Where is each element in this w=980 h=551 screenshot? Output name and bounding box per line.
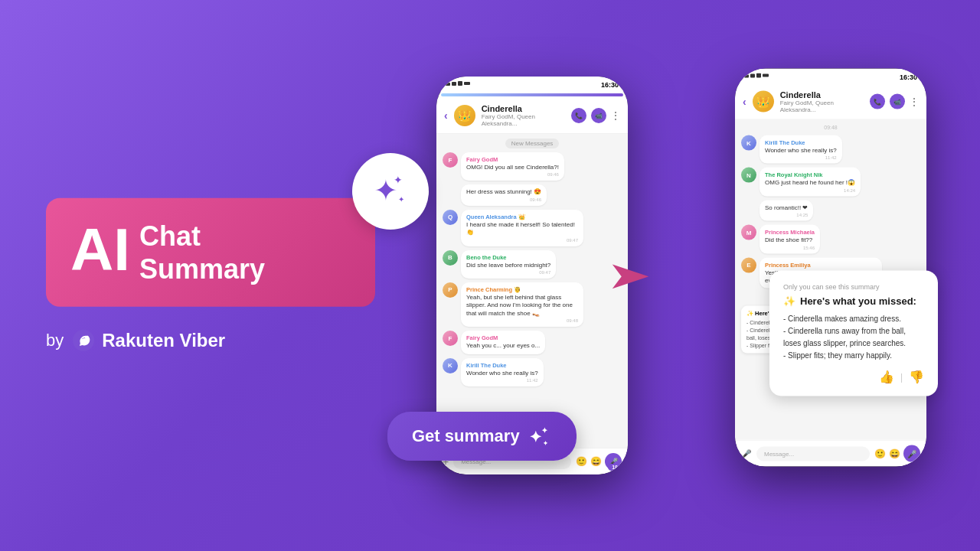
svg-text:✦: ✦ [529,429,542,445]
phone-2-chat-avatar: 👑 [753,91,774,112]
msg-avatar: K [741,135,756,151]
phone-1-chat-members: Fairy GodM, Queen Aleksandra... [482,113,565,127]
svg-rect-11 [763,74,769,77]
tooltip-title: ✨ Here's what you missed: [783,295,924,307]
msg-sender: Princess Emiliya [765,261,877,268]
svg-rect-4 [446,83,450,86]
msg-time: 11:42 [466,378,538,383]
phone-icon[interactable]: 📞 [571,108,586,123]
msg-bubble: Princess Michaela Did the shoe fit?? 15:… [760,225,820,253]
msg-text: So romantic!! ❤ [765,204,808,211]
svg-rect-8 [744,75,749,78]
phone-1-chat-avatar: 👑 [454,105,475,126]
phone-icon-2[interactable]: 📞 [870,94,885,109]
msg-bubble: The Royal Knight Nik OMG just heard he f… [760,168,861,196]
viber-logo: Rakuten Viber [71,328,225,353]
phone-1-time [446,81,476,89]
msg-text: Wonder who she really is? [466,370,538,377]
msg-time: 14:25 [765,213,808,217]
msg-sender: Prince Charming 🤴 [466,286,578,293]
new-messages-divider: New Messages [505,139,560,148]
phone-1-chat-actions: 📞 📹 ⋮ [571,108,620,123]
msg-avatar: Q [443,210,458,225]
msg-text: Did the shoe fit?? [765,236,815,244]
msg-avatar: F [443,331,458,346]
message-item: B Beno the Duke Did she leave before mid… [443,250,622,279]
phone-2-clock: 16:30 [900,73,917,81]
msg-avatar: M [741,225,756,240]
video-icon[interactable]: 📹 [591,108,606,123]
add-icon-2[interactable]: 🎤 [741,448,752,458]
msg-sender: Kirill The Duke [466,362,538,369]
message-input-2[interactable]: Message... [756,446,870,461]
get-summary-label: Get summary [412,426,520,446]
sticker-icon[interactable]: 😄 [590,456,602,467]
message-item: K Kirill The Duke Wonder who she really … [443,358,622,386]
msg-avatar: B [443,250,458,266]
more-icon[interactable]: ⋮ [611,110,620,121]
tooltip-icon: ✨ [783,295,795,307]
phone-2-chat-bottom: 🎤 Message... 🙂 😄 🎤 [735,440,926,467]
svg-text:✦: ✦ [541,426,548,435]
thumbup-button[interactable]: 👍 [879,370,894,384]
msg-bubble: Beno the Duke Did she leave before midni… [461,250,556,279]
msg-text: I heard she made it herself! So talented… [466,221,578,237]
msg-sender: Fairy GodM [466,334,540,341]
magic-circle: ✦ ✦ ✦ [352,153,429,230]
message-item: Her dress was stunning! 😍 09:46 [443,184,622,205]
msg-bubble: Queen Aleksandra 👑 I heard she made it h… [461,210,583,246]
message-item: So romantic!! ❤ 14:25 [741,200,920,220]
svg-text:✦: ✦ [394,174,403,186]
svg-rect-5 [452,82,456,86]
msg-avatar: F [443,152,458,168]
msg-text: Yeah you c... your eyes o... [466,342,540,350]
chat-summary-label: Chat Summary [139,220,265,285]
msg-time: 09:46 [466,197,541,202]
msg-text: Wonder who she really is? [765,147,837,155]
msg-bubble: Fairy GodM Yeah you c... your eyes o... [461,331,545,354]
unread-badge: 18 [608,464,622,471]
message-item: K Kirill The Duke Wonder who she really … [741,135,920,164]
message-item: P Prince Charming 🤴 Yeah, but she left b… [443,282,622,327]
message-item: F Fairy GodM Yeah you c... your eyes o..… [443,331,622,354]
msg-avatar: P [443,282,458,298]
back-arrow[interactable]: ‹ [444,109,448,122]
more-icon-2[interactable]: ⋮ [910,96,919,107]
get-summary-button[interactable]: Get summary ✦ ✦ ✦ [387,412,577,461]
tooltip-only-you: Only you can see this summary [783,283,924,291]
phone-1-chat-name: Cinderella [482,104,565,113]
phone-2-chat-header: ‹ 👑 Cinderella Fairy GodM, Queen Aleksan… [735,84,926,120]
svg-rect-6 [458,81,462,86]
msg-sender: Princess Michaela [765,229,815,236]
back-arrow-2[interactable]: ‹ [743,96,746,108]
phone-1-messages: New Messages F Fairy GodM OMG! Did you a… [436,134,628,448]
msg-time: 15:46 [765,245,815,249]
mic-button-2[interactable]: 🎤 [903,445,920,462]
svg-text:✦: ✦ [398,195,404,204]
emoji-icon-2[interactable]: 🙂 [874,448,886,459]
thumbdown-button[interactable]: 👎 [909,370,924,384]
msg-sender: Queen Aleksandra 👑 [466,214,578,220]
message-item: F Fairy GodM OMG! Did you all see Cinder… [443,152,622,181]
highlight-bar [441,93,623,96]
msg-bubble: Kirill The Duke Wonder who she really is… [760,135,842,164]
svg-rect-10 [756,73,761,78]
msg-time: 11:42 [765,155,837,160]
msg-sender: Fairy GodM [466,156,559,163]
msg-time: 09:48 [466,318,578,323]
arrow-icon: ➤ [606,253,652,298]
msg-bubble: Kirill The Duke Wonder who she really is… [461,358,544,386]
msg-text: OMG just heard he found her !😱 [765,179,855,187]
msg-bubble: Fairy GodM OMG! Did you all see Cinderel… [461,152,564,181]
svg-text:✦: ✦ [543,440,548,447]
summary-tooltip: Only you can see this summary ✨ Here's w… [769,271,938,396]
msg-avatar: K [443,358,458,373]
emoji-icon[interactable]: 🙂 [576,456,587,467]
sticker-icon-2[interactable]: 😄 [889,448,900,459]
video-icon-2[interactable]: 📹 [890,94,905,109]
tooltip-content: - Cinderella makes amazing dress. - Cind… [783,313,924,362]
msg-avatar: N [741,168,756,183]
viber-icon [71,328,96,353]
msg-sender: The Royal Knight Nik [765,171,855,178]
msg-time: 09:46 [466,172,559,177]
